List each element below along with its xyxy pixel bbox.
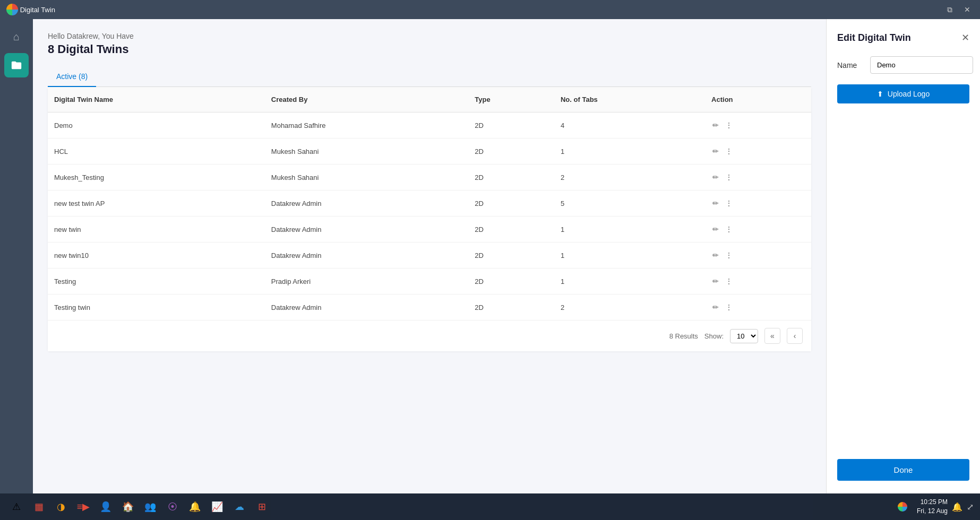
taskbar-nodes-icon[interactable]: ⦿ — [162, 497, 183, 517]
cell-created-by: Datakrew Admin — [265, 294, 468, 320]
taskbar-notif-icon[interactable]: 🔔 — [952, 502, 962, 512]
main-content: Hello Datakrew, You Have 8 Digital Twins… — [33, 19, 826, 493]
cell-type: 2D — [468, 138, 554, 164]
cell-tabs: 1 — [554, 268, 705, 294]
edit-button[interactable]: ✏ — [711, 172, 720, 183]
edit-button[interactable]: ✏ — [711, 198, 720, 209]
cell-action: ✏ ⋮ — [705, 294, 811, 320]
first-page-button[interactable]: « — [764, 328, 780, 344]
show-label: Show: — [704, 332, 724, 340]
table-row: Testing Pradip Arkeri 2D 1 ✏ ⋮ — [48, 268, 811, 294]
sidebar-item-home[interactable]: ⌂ — [4, 24, 29, 49]
more-button[interactable]: ⋮ — [724, 276, 734, 287]
taskbar-alert-icon[interactable]: ⚠ — [6, 497, 27, 517]
taskbar-chart-icon[interactable]: 📈 — [207, 497, 227, 517]
taskbar-list-icon[interactable]: ≡▶ — [73, 497, 93, 517]
taskbar-system-area: 10:25 PM Fri, 12 Aug 🔔 ⤢ — [892, 497, 974, 517]
pagination-bar: 8 Results Show: 10 25 50 « ‹ — [48, 320, 811, 351]
cell-action: ✏ ⋮ — [705, 164, 811, 190]
col-header-created-by: Created By — [265, 87, 468, 112]
edit-button[interactable]: ✏ — [711, 302, 720, 313]
prev-page-button[interactable]: ‹ — [787, 328, 803, 344]
cell-tabs: 4 — [554, 112, 705, 138]
taskbar-pie-icon[interactable]: ◑ — [51, 497, 71, 517]
edit-button[interactable]: ✏ — [711, 224, 720, 235]
name-field-row: Name — [837, 56, 969, 74]
taskbar-bell-icon[interactable]: 🔔 — [185, 497, 205, 517]
table-row: Testing twin Datakrew Admin 2D 2 ✏ ⋮ — [48, 294, 811, 320]
cell-created-by: Datakrew Admin — [265, 242, 468, 268]
cell-created-by: Mukesh Sahani — [265, 138, 468, 164]
window-controls: ⧉ ✕ — [944, 4, 974, 15]
taskbar-squares-icon[interactable]: ▦ — [29, 497, 49, 517]
more-button[interactable]: ⋮ — [724, 250, 734, 261]
cell-name: Demo — [48, 112, 265, 138]
restore-button[interactable]: ⧉ — [944, 4, 956, 15]
cell-created-by: Datakrew Admin — [265, 190, 468, 216]
name-label: Name — [837, 61, 864, 70]
cell-name: Testing — [48, 268, 265, 294]
taskbar-person-icon[interactable]: 👤 — [96, 497, 116, 517]
cell-action: ✏ ⋮ — [705, 190, 811, 216]
title-bar: Digital Twin ⧉ ✕ — [0, 0, 980, 19]
edit-panel-header: Edit Digital Twin ✕ — [837, 32, 969, 44]
edit-button[interactable]: ✏ — [711, 120, 720, 131]
more-button[interactable]: ⋮ — [724, 302, 734, 313]
more-button[interactable]: ⋮ — [724, 172, 734, 183]
col-header-tabs: No. of Tabs — [554, 87, 705, 112]
upload-icon: ⬆ — [877, 90, 883, 98]
cell-created-by: Mukesh Sahani — [265, 164, 468, 190]
taskbar-grid-icon[interactable]: ⊞ — [252, 497, 272, 517]
more-button[interactable]: ⋮ — [724, 146, 734, 157]
results-count: 8 Results — [669, 332, 698, 340]
close-button[interactable]: ✕ — [961, 4, 974, 15]
taskbar-expand-icon[interactable]: ⤢ — [967, 502, 974, 512]
cell-action: ✏ ⋮ — [705, 242, 811, 268]
cell-tabs: 2 — [554, 164, 705, 190]
table-row: Mukesh_Testing Mukesh Sahani 2D 2 ✏ ⋮ — [48, 164, 811, 190]
edit-panel-close-button[interactable]: ✕ — [961, 32, 969, 44]
page-title: 8 Digital Twins — [48, 42, 811, 56]
sidebar: ⌂ — [0, 19, 33, 493]
edit-button[interactable]: ✏ — [711, 146, 720, 157]
taskbar-brand-icon[interactable] — [892, 497, 913, 517]
cell-created-by: Datakrew Admin — [265, 216, 468, 242]
name-input[interactable] — [870, 56, 973, 74]
tab-active[interactable]: Active (8) — [48, 67, 96, 87]
cell-created-by: Mohamad Safhire — [265, 112, 468, 138]
taskbar-cloud-icon[interactable]: ☁ — [229, 497, 250, 517]
cell-tabs: 2 — [554, 294, 705, 320]
cell-name: Testing twin — [48, 294, 265, 320]
col-header-type: Type — [468, 87, 554, 112]
done-button[interactable]: Done — [837, 459, 969, 481]
cell-type: 2D — [468, 112, 554, 138]
cell-type: 2D — [468, 242, 554, 268]
cell-tabs: 5 — [554, 190, 705, 216]
cell-name: new twin — [48, 216, 265, 242]
edit-panel-title: Edit Digital Twin — [837, 32, 911, 44]
more-button[interactable]: ⋮ — [724, 224, 734, 235]
upload-logo-button[interactable]: ⬆ Upload Logo — [837, 84, 969, 103]
table-row: Demo Mohamad Safhire 2D 4 ✏ ⋮ — [48, 112, 811, 138]
sidebar-item-folder[interactable] — [4, 53, 29, 77]
taskbar-home-icon[interactable]: 🏠 — [118, 497, 138, 517]
cell-action: ✏ ⋮ — [705, 112, 811, 138]
more-button[interactable]: ⋮ — [724, 120, 734, 131]
table-row: new twin10 Datakrew Admin 2D 1 ✏ ⋮ — [48, 242, 811, 268]
table-row: new test twin AP Datakrew Admin 2D 5 ✏ ⋮ — [48, 190, 811, 216]
edit-button[interactable]: ✏ — [711, 276, 720, 287]
page-greeting: Hello Datakrew, You Have — [48, 32, 811, 40]
table-row: HCL Mukesh Sahani 2D 1 ✏ ⋮ — [48, 138, 811, 164]
cell-name: new twin10 — [48, 242, 265, 268]
cell-action: ✏ ⋮ — [705, 216, 811, 242]
cell-type: 2D — [468, 268, 554, 294]
taskbar-people-icon[interactable]: 👥 — [140, 497, 160, 517]
app-logo — [6, 4, 18, 15]
more-button[interactable]: ⋮ — [724, 198, 734, 209]
page-size-select[interactable]: 10 25 50 — [730, 329, 758, 343]
edit-button[interactable]: ✏ — [711, 250, 720, 261]
cell-type: 2D — [468, 190, 554, 216]
taskbar: ⚠ ▦ ◑ ≡▶ 👤 🏠 👥 ⦿ 🔔 📈 ☁ ⊞ 10:25 PM Fri, 1… — [0, 493, 980, 520]
brand-logo — [898, 502, 907, 512]
cell-name: new test twin AP — [48, 190, 265, 216]
